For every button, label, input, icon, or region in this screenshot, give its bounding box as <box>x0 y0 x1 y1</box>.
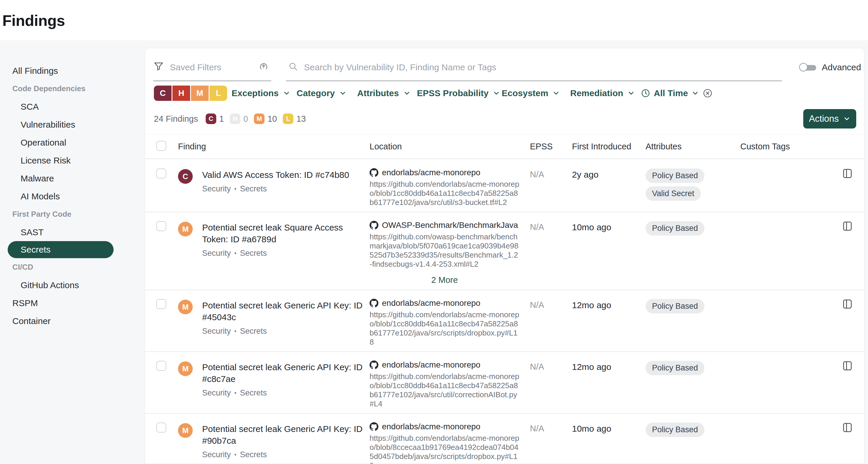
severity-count: 1 <box>219 114 224 124</box>
sidebar-item-ai-models[interactable]: AI Models <box>0 187 138 205</box>
chevron-down-icon <box>552 89 560 97</box>
first-introduced-value: 12mo ago <box>572 352 646 372</box>
finding-url-link[interactable]: https://github.com/endorlabs/acme-monore… <box>370 310 520 347</box>
severity-badge-l: L <box>283 113 293 124</box>
filter-dropdown-category[interactable]: Category <box>297 87 347 99</box>
column-header-custom-tags[interactable]: Custom Tags <box>740 142 842 152</box>
bullet-separator: • <box>235 451 237 458</box>
open-side-panel-button[interactable] <box>842 221 853 233</box>
bullet-separator: • <box>235 390 237 396</box>
attributes-cell: Policy Based <box>646 290 740 313</box>
actions-button[interactable]: Actions <box>803 109 856 129</box>
attributes-cell: Policy Based <box>646 212 740 235</box>
epss-value: N/A <box>530 414 572 433</box>
attributes-cell: Policy Based <box>646 414 740 437</box>
github-icon <box>370 299 378 307</box>
severity-filter-m[interactable]: M <box>191 86 209 101</box>
table-row[interactable]: M Potential secret leak Generic API Key:… <box>145 352 864 414</box>
severity-count-group: L 13 <box>283 113 306 124</box>
severity-count: 10 <box>268 114 277 124</box>
open-side-panel-button[interactable] <box>842 360 853 372</box>
bullet-separator: • <box>235 186 237 192</box>
table-row[interactable]: M Potential secret leak Generic API Key:… <box>145 290 864 352</box>
column-header-attributes[interactable]: Attributes <box>646 142 740 152</box>
saved-filters-input[interactable]: Saved Filters <box>170 62 221 72</box>
column-header-location[interactable]: Location <box>370 142 530 152</box>
sidebar-item-all-findings[interactable]: All Findings <box>0 62 138 80</box>
table-body: C Valid AWS Access Token: ID #c74b80 Sec… <box>145 160 864 464</box>
clear-filters-button[interactable] <box>703 88 713 98</box>
filter-dropdown-ecosystem[interactable]: Ecosystem <box>502 87 560 99</box>
row-checkbox[interactable] <box>156 423 166 433</box>
finding-title[interactable]: Potential secret leak Generic API Key: I… <box>202 423 367 446</box>
finding-url-link[interactable]: https://github.com/endorlabs/acme-monore… <box>370 372 520 408</box>
save-filter-icon[interactable] <box>258 61 269 72</box>
column-header-first-introduced[interactable]: First Introduced <box>572 142 646 152</box>
sidebar-item-container[interactable]: Container <box>0 312 138 330</box>
filter-dropdown-exceptions[interactable]: Exceptions <box>231 87 290 99</box>
attribute-tag: Policy Based <box>646 299 704 313</box>
finding-url-link[interactable]: https://github.com/endorlabs/acme-monore… <box>370 434 520 464</box>
sidebar-item-secrets[interactable]: Secrets <box>8 241 114 258</box>
sidebar-item-license-risk[interactable]: License Risk <box>0 152 138 169</box>
attribute-tag: Policy Based <box>646 423 704 437</box>
finding-url-link[interactable]: https://github.com/owasp-benchmark/bench… <box>370 232 520 269</box>
search-input[interactable]: Search by Vulnerability ID, Finding Name… <box>304 62 496 72</box>
clock-icon <box>641 89 650 98</box>
filter-dropdown-epss-probability[interactable]: EPSS Probability <box>417 87 500 99</box>
severity-filter-h[interactable]: H <box>173 86 190 101</box>
table-row[interactable]: M Potential secret leak Square Access To… <box>145 212 864 290</box>
row-checkbox[interactable] <box>156 221 166 231</box>
sidebar-item-label: RSPM <box>12 298 38 308</box>
open-side-panel-button[interactable] <box>842 168 853 180</box>
filter-dropdown-remediation[interactable]: Remediation <box>570 87 635 99</box>
finding-title[interactable]: Potential secret leak Square Access Toke… <box>202 222 367 245</box>
chevron-down-icon <box>843 115 850 123</box>
severity-badge-h: H <box>230 113 240 124</box>
findings-count: 24 Findings <box>154 114 198 124</box>
row-checkbox[interactable] <box>156 361 166 371</box>
filter-dropdown-attributes[interactable]: Attributes <box>357 87 411 99</box>
finding-url-link[interactable]: https://github.com/endorlabs/acme-monore… <box>370 180 520 207</box>
finding-title[interactable]: Valid AWS Access Token: ID #c74b80 <box>202 169 349 181</box>
table-row[interactable]: M Potential secret leak Generic API Key:… <box>145 414 864 464</box>
sidebar-item-github-actions[interactable]: GitHub Actions <box>0 276 138 294</box>
findings-panel: Saved Filters Search by Vulnerability ID… <box>145 48 865 464</box>
sidebar-item-rspm[interactable]: RSPM <box>0 294 138 312</box>
sidebar-item-sast[interactable]: SAST <box>0 223 138 241</box>
column-header-epss[interactable]: EPSS <box>530 142 572 152</box>
time-filter[interactable]: All Time <box>641 87 699 99</box>
search-icon <box>288 62 298 72</box>
epss-value: N/A <box>530 352 572 372</box>
row-checkbox[interactable] <box>156 168 166 178</box>
column-header-finding[interactable]: Finding <box>178 142 370 152</box>
sidebar-section-first-party-code: First Party Code <box>0 205 138 223</box>
more-locations-link[interactable]: 2 More <box>370 275 520 285</box>
sidebar-item-operational[interactable]: Operational <box>0 133 138 152</box>
sidebar-item-vulnerabilities[interactable]: Vulnerabilities <box>0 115 138 133</box>
open-side-panel-button[interactable] <box>842 298 853 310</box>
select-all-checkbox[interactable] <box>156 141 166 151</box>
sidebar-item-label: AI Models <box>21 191 60 201</box>
bullet-separator: • <box>235 328 237 335</box>
advanced-toggle[interactable] <box>799 63 817 72</box>
sidebar-item-malware[interactable]: Malware <box>0 169 138 187</box>
side-panel-icon <box>842 168 853 179</box>
open-side-panel-button[interactable] <box>842 422 853 434</box>
row-checkbox[interactable] <box>156 299 166 309</box>
finding-title[interactable]: Potential secret leak Generic API Key: I… <box>202 361 367 385</box>
saved-filters-underline <box>153 80 271 81</box>
sidebar-item-sca[interactable]: SCA <box>0 98 138 115</box>
filter-dropdown-label: EPSS Probability <box>417 88 489 98</box>
repo-name: OWASP-Benchmark/BenchmarkJava <box>370 221 520 230</box>
table-row[interactable]: C Valid AWS Access Token: ID #c74b80 Sec… <box>145 160 864 212</box>
first-introduced-value: 10mo ago <box>572 212 646 232</box>
severity-badge: M <box>178 361 193 376</box>
severity-filter-l[interactable]: L <box>210 86 227 101</box>
close-circle-icon <box>703 88 713 98</box>
sidebar-item-label: SAST <box>21 227 43 237</box>
side-panel-icon <box>842 221 853 232</box>
finding-title[interactable]: Potential secret leak Generic API Key: I… <box>202 300 367 323</box>
severity-filter-c[interactable]: C <box>154 86 172 101</box>
bullet-separator: • <box>235 250 237 257</box>
